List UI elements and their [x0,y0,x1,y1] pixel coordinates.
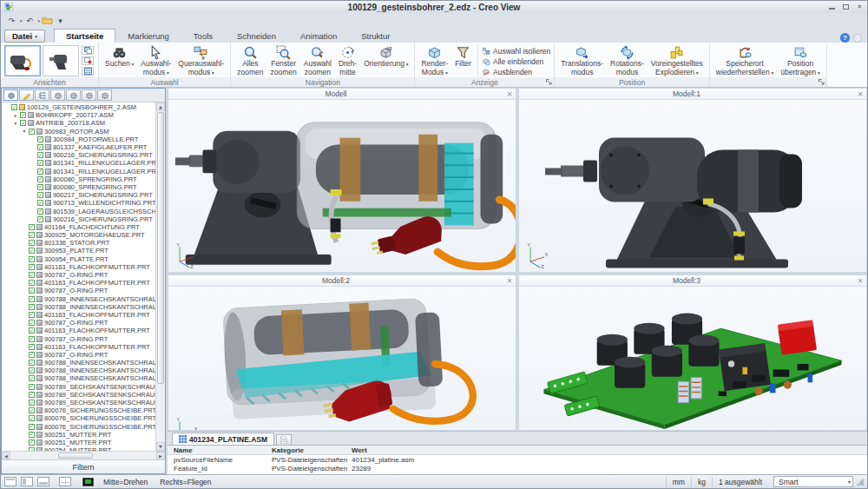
button-fenster-zoomen[interactable]: Fensterzoomen [268,44,299,77]
visibility-checkbox[interactable]: ✓ [29,336,35,342]
view-page-button[interactable] [82,46,94,55]
tree-item[interactable]: ▸✓BOHRKOPF_200717.ASM [3,111,155,119]
tree-item[interactable]: ✓900787_O-RING.PRT [3,351,155,359]
collapse-icon[interactable]: ▾ [13,121,18,126]
layout-single-icon[interactable] [4,477,16,486]
visibility-checkbox[interactable]: ✓ [29,129,35,135]
tree-item[interactable]: ✓801341_RILLENKUGELLAGER.PRT [3,159,155,167]
visibility-checkbox[interactable]: ✓ [29,248,35,254]
viewport-header[interactable]: Modell:2 ✕ [168,275,516,287]
selection-filter-dropdown[interactable]: Smart▾ [773,476,853,487]
button-orientierung[interactable]: ABOrientierung ▾ [361,44,411,69]
scroll-up-icon[interactable]: ▲ [156,102,165,111]
panel-tab-structure[interactable] [3,89,18,101]
panel-tab-markup[interactable] [19,89,34,101]
scroll-down-icon[interactable]: ▼ [156,442,165,451]
visibility-checkbox[interactable]: ✓ [29,352,35,358]
view-marker-button[interactable] [82,56,94,65]
filter-button[interactable]: Filtern [2,459,165,473]
tree-item[interactable]: ✓900251_MUTTER.PRT [3,439,155,446]
visibility-checkbox[interactable]: ✓ [29,360,35,366]
visibility-checkbox[interactable]: ✓ [29,232,35,238]
visibility-checkbox[interactable]: ✓ [37,176,43,182]
visibility-checkbox[interactable]: ✓ [37,152,43,158]
button-auswahl-modus[interactable]: Auswahl-modus ▾ [138,44,174,77]
viewport-header[interactable]: Modell:3 ✕ [519,275,866,287]
visibility-checkbox[interactable]: ✓ [29,384,35,390]
tree-item[interactable]: ✓100129_GESTEINSBOHRER_2.ASM [3,103,155,111]
tree-item[interactable]: ✓800076_SICHERUNGSSCHEIBE.PRT [3,414,155,422]
tree-item[interactable]: ✓401163_FLACHKOPFMUTTER.PRT [3,263,155,271]
layout-two-pane-icon[interactable] [21,477,33,486]
tree-item[interactable]: ✓900787_O-RING.PRT [3,271,155,279]
scrollbar-thumb[interactable] [58,453,93,459]
column-header-kategorie[interactable]: Kategorie [272,446,352,454]
tab-startseite[interactable]: Startseite [54,29,115,43]
viewport-3d-canvas[interactable]: YXZ [168,287,516,430]
visibility-checkbox[interactable]: ✓ [29,312,35,318]
visibility-checkbox[interactable]: ✓ [29,264,35,270]
visibility-checkbox[interactable]: ✓ [20,112,26,118]
tree-item[interactable]: ✓900217_SICHERUNGSRING.PRT [3,191,155,199]
tree-item[interactable]: ✓401163_FLACHKOPFMUTTER.PRT [3,343,155,351]
tree-item[interactable]: ✓900713_WELLENDICHTRING.PRT [3,199,155,207]
button-alles-zoomen[interactable]: Alleszoomen [234,44,266,77]
properties-side-tab[interactable] [276,434,292,445]
visibility-checkbox[interactable]: ✓ [29,320,35,326]
chevron-down-icon[interactable]: ▾ [20,18,23,23]
layout-three-pane-icon[interactable] [37,477,49,486]
visibility-checkbox[interactable]: ✓ [11,104,17,110]
button-querauswahl-modus[interactable]: Querauswahl-modus ▾ [175,44,227,77]
visibility-checkbox[interactable]: ✓ [29,296,35,302]
tree-vertical-scrollbar[interactable]: ▲ ▼ [155,102,165,451]
button-voreingestelltes-explodieren[interactable]: VoreingestelltesExplodieren ▾ [648,44,706,77]
file-menu-button[interactable]: Datei▾ [4,30,45,43]
visibility-checkbox[interactable]: ✓ [37,160,43,166]
button-auswahl-isolieren[interactable]: Auswahl isolieren [482,46,550,56]
button-ausblenden[interactable]: Ausblenden [482,67,550,76]
viewport-3d-canvas[interactable]: YXZ [168,100,516,272]
help-icon[interactable]: ? [840,33,850,43]
close-button[interactable]: ✕ [856,3,864,10]
tab-schneiden[interactable]: Schneiden [225,29,288,43]
tree-item[interactable]: ✓300953_PLATTE.PRT [3,247,155,254]
tree-item[interactable]: ✓401164_FLACHDICHTUNG.PRT [3,223,155,231]
tree-item[interactable]: ✓801337_KAEFIGLAEUFER.PRT [3,143,155,151]
minimize-button[interactable] [828,3,836,10]
tree-item[interactable]: ✓800080_SPRENGRING.PRT [3,175,155,183]
visibility-checkbox[interactable]: ✓ [37,169,43,175]
resize-grip[interactable] [857,479,864,486]
tree-horizontal-scrollbar[interactable]: ◀ ▶ [2,451,165,459]
scroll-right-icon[interactable]: ▶ [156,452,165,459]
visibility-checkbox[interactable]: ✓ [29,327,35,334]
panel-tab-model-b[interactable] [66,89,81,101]
visibility-checkbox[interactable]: ✓ [37,136,43,142]
panel-tab-hierarchy[interactable] [35,89,49,101]
viewport-3d-canvas[interactable] [519,287,866,430]
tab-tools[interactable]: Tools [181,29,225,43]
button-position-übertragen[interactable]: Positionübertragen ▾ [778,44,823,77]
tree-item[interactable]: ✓900788_INNENSECHSKANTSCHRAUBE [3,295,155,303]
tab-struktur[interactable]: Struktur [349,29,402,43]
tree-item[interactable]: ✓401163_FLACHKOPFMUTTER.PRT [3,311,155,319]
restore-button[interactable] [842,3,850,10]
visibility-checkbox[interactable]: ✓ [37,200,43,206]
panel-tab-model-c[interactable] [82,89,96,101]
close-icon[interactable]: ✕ [503,277,516,285]
close-icon[interactable]: ✕ [854,277,866,285]
tree-item[interactable]: ✓801341_RILLENKUGELLAGER.PRT [3,168,155,175]
minimize-ribbon-icon[interactable] [853,34,862,43]
visibility-checkbox[interactable]: ✓ [29,240,35,246]
redo-button[interactable]: ↷ [6,15,17,26]
viewport-3d-canvas[interactable]: YXZ [519,100,866,272]
tree-item[interactable]: ▾✓ANTRIEB_200718.ASM [3,119,155,127]
scrollbar-thumb[interactable] [157,112,164,384]
tree-item[interactable]: ✓900788_INNENSECHSKANTSCHRAUBE [3,303,155,311]
visibility-checkbox[interactable]: ✓ [29,280,35,286]
visibility-checkbox[interactable]: ✓ [37,184,43,190]
open-button[interactable] [42,15,53,26]
tree-item[interactable]: ✓801336_STATOR.PRT [3,239,155,247]
visibility-checkbox[interactable]: ✓ [37,208,43,215]
tree-item[interactable]: ✓300954_PLATTE.PRT [3,255,155,263]
panel-tab-model-a[interactable] [50,89,65,101]
